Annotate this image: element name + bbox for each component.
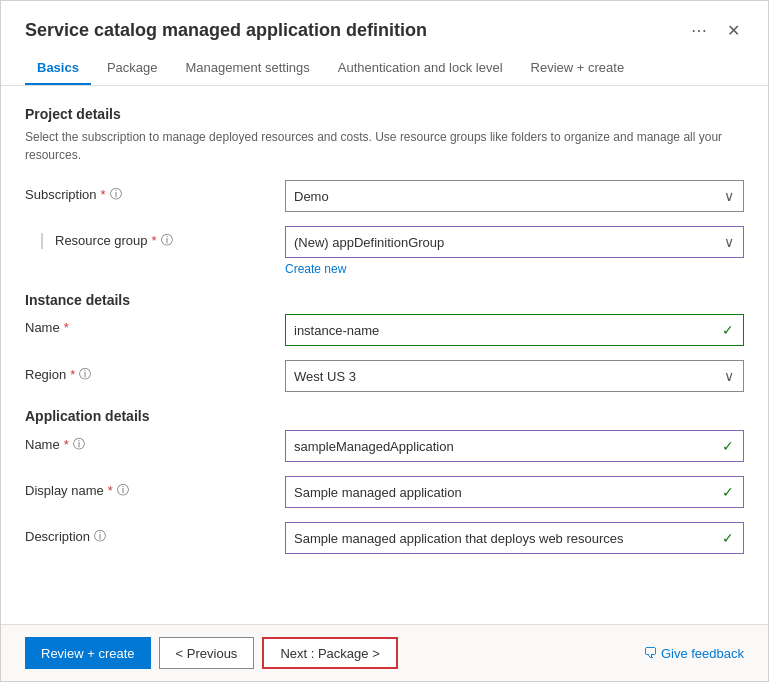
- footer-right: 🗨 Give feedback: [643, 645, 744, 661]
- instance-name-label: Name *: [25, 314, 285, 335]
- description-row: Description ⓘ ✓: [25, 522, 744, 554]
- create-new-link[interactable]: Create new: [285, 262, 744, 276]
- app-name-row: Name * ⓘ ✓: [25, 430, 744, 462]
- display-name-check-icon: ✓: [722, 484, 734, 500]
- region-info-icon[interactable]: ⓘ: [79, 366, 91, 383]
- dialog-body: Project details Select the subscription …: [1, 86, 768, 624]
- app-name-info-icon[interactable]: ⓘ: [73, 436, 85, 453]
- subscription-control: Demo: [285, 180, 744, 212]
- feedback-label: Give feedback: [661, 646, 744, 661]
- subscription-select[interactable]: Demo: [285, 180, 744, 212]
- project-details-description: Select the subscription to manage deploy…: [25, 128, 744, 164]
- subscription-required: *: [101, 187, 106, 202]
- app-name-label: Name * ⓘ: [25, 430, 285, 453]
- display-name-label: Display name * ⓘ: [25, 476, 285, 499]
- instance-name-row: Name * ✓: [25, 314, 744, 346]
- app-name-required: *: [64, 437, 69, 452]
- previous-button[interactable]: < Previous: [159, 637, 255, 669]
- description-input-wrapper: ✓: [285, 522, 744, 554]
- region-label: Region * ⓘ: [25, 360, 285, 383]
- display-name-info-icon[interactable]: ⓘ: [117, 482, 129, 499]
- display-name-control: ✓: [285, 476, 744, 508]
- display-name-input[interactable]: [285, 476, 744, 508]
- instance-name-control: ✓: [285, 314, 744, 346]
- footer-left: Review + create < Previous Next : Packag…: [25, 637, 398, 669]
- description-label: Description ⓘ: [25, 522, 285, 545]
- app-name-input-wrapper: ✓: [285, 430, 744, 462]
- app-name-input[interactable]: [285, 430, 744, 462]
- region-required: *: [70, 367, 75, 382]
- subscription-info-icon[interactable]: ⓘ: [110, 186, 122, 203]
- review-create-button[interactable]: Review + create: [25, 637, 151, 669]
- region-row: Region * ⓘ West US 3: [25, 360, 744, 392]
- resource-group-select[interactable]: (New) appDefinitionGroup: [285, 226, 744, 258]
- app-name-control: ✓: [285, 430, 744, 462]
- description-info-icon[interactable]: ⓘ: [94, 528, 106, 545]
- tab-basics[interactable]: Basics: [25, 52, 91, 85]
- app-name-check-icon: ✓: [722, 438, 734, 454]
- description-control: ✓: [285, 522, 744, 554]
- tab-review[interactable]: Review + create: [519, 52, 637, 85]
- subscription-select-wrapper: Demo: [285, 180, 744, 212]
- project-details-title: Project details: [25, 106, 744, 122]
- tab-auth[interactable]: Authentication and lock level: [326, 52, 515, 85]
- application-details-section: Application details Name * ⓘ ✓: [25, 408, 744, 554]
- instance-name-input[interactable]: [285, 314, 744, 346]
- display-name-input-wrapper: ✓: [285, 476, 744, 508]
- instance-name-input-wrapper: ✓: [285, 314, 744, 346]
- feedback-icon: 🗨: [643, 645, 657, 661]
- resource-group-control: (New) appDefinitionGroup Create new: [285, 226, 744, 276]
- subscription-label: Subscription * ⓘ: [25, 180, 285, 203]
- instance-name-required: *: [64, 320, 69, 335]
- region-select-wrapper: West US 3: [285, 360, 744, 392]
- tabs-bar: Basics Package Management settings Authe…: [1, 52, 768, 86]
- dialog: Service catalog managed application defi…: [0, 0, 769, 682]
- dialog-header-icons: ⋯ ✕: [687, 17, 744, 44]
- display-name-row: Display name * ⓘ ✓: [25, 476, 744, 508]
- subscription-row: Subscription * ⓘ Demo: [25, 180, 744, 212]
- description-input[interactable]: [285, 522, 744, 554]
- give-feedback-link[interactable]: 🗨 Give feedback: [643, 645, 744, 661]
- description-check-icon: ✓: [722, 530, 734, 546]
- instance-details-section: Instance details Name * ✓ Region: [25, 292, 744, 392]
- region-select[interactable]: West US 3: [285, 360, 744, 392]
- dialog-title: Service catalog managed application defi…: [25, 20, 687, 41]
- close-button[interactable]: ✕: [723, 17, 744, 44]
- resource-group-required: *: [152, 233, 157, 248]
- resource-group-label: Resource group * ⓘ: [25, 226, 285, 249]
- resource-group-select-wrapper: (New) appDefinitionGroup: [285, 226, 744, 258]
- resource-group-row: Resource group * ⓘ (New) appDefinitionGr…: [25, 226, 744, 276]
- close-icon: ✕: [727, 21, 740, 40]
- resource-group-info-icon[interactable]: ⓘ: [161, 232, 173, 249]
- region-control: West US 3: [285, 360, 744, 392]
- dialog-header: Service catalog managed application defi…: [1, 1, 768, 44]
- more-icon: ⋯: [691, 21, 707, 40]
- display-name-required: *: [108, 483, 113, 498]
- tab-package[interactable]: Package: [95, 52, 170, 85]
- dialog-footer: Review + create < Previous Next : Packag…: [1, 624, 768, 681]
- application-details-title: Application details: [25, 408, 744, 424]
- next-button[interactable]: Next : Package >: [262, 637, 397, 669]
- project-details-section: Project details Select the subscription …: [25, 106, 744, 276]
- instance-name-check-icon: ✓: [722, 322, 734, 338]
- tab-management[interactable]: Management settings: [174, 52, 322, 85]
- instance-details-title: Instance details: [25, 292, 744, 308]
- more-options-button[interactable]: ⋯: [687, 17, 711, 44]
